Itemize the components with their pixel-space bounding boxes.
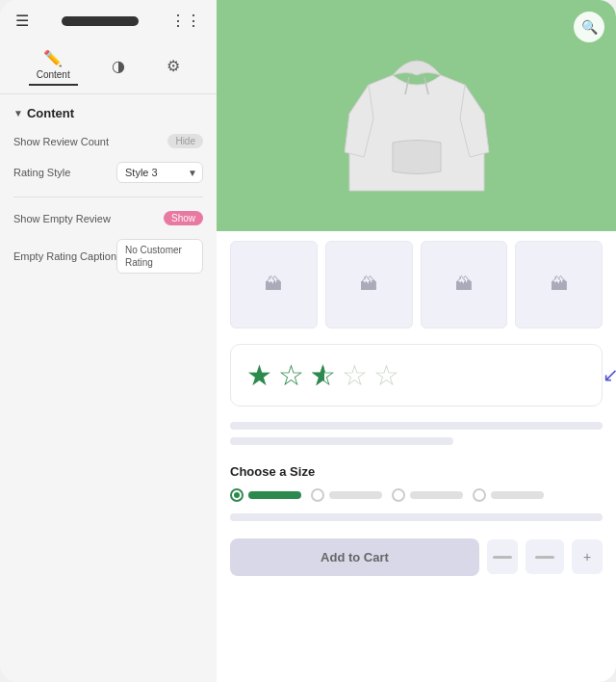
image-placeholder-icon: 🏔 bbox=[551, 275, 568, 295]
tab-settings[interactable]: ⚙ bbox=[159, 53, 188, 79]
minus-icon bbox=[493, 556, 512, 559]
star-1: ★ bbox=[246, 358, 272, 392]
size-option-2[interactable] bbox=[311, 488, 382, 502]
edit-icon: ✏️ bbox=[43, 49, 63, 67]
show-review-count-toggle[interactable]: Hide bbox=[167, 134, 203, 148]
divider bbox=[13, 197, 203, 197]
collapse-arrow-icon[interactable]: ▼ bbox=[13, 108, 23, 118]
rating-area: ★ ☆ ★☆ ☆ ☆ ↙ bbox=[230, 344, 603, 407]
size-option-3[interactable] bbox=[392, 488, 463, 502]
show-empty-review-row: Show Empty Review Show bbox=[13, 211, 203, 225]
show-empty-review-label: Show Empty Review bbox=[13, 213, 164, 224]
section-title: Content bbox=[27, 106, 74, 120]
quantity-increase-button[interactable]: + bbox=[572, 539, 603, 574]
size-bar bbox=[410, 491, 463, 499]
show-review-count-row: Show Review Count Hide bbox=[13, 134, 203, 148]
section-header: ▼ Content bbox=[13, 106, 203, 120]
plus-icon: + bbox=[583, 549, 591, 564]
image-placeholder-icon: 🏔 bbox=[455, 275, 473, 295]
radio-inactive bbox=[473, 488, 486, 502]
size-options bbox=[230, 488, 603, 502]
add-to-cart-row: Add to Cart + bbox=[217, 531, 616, 591]
thumbnail-4[interactable]: 🏔 bbox=[515, 241, 603, 328]
rating-style-label: Rating Style bbox=[13, 167, 116, 178]
tab-style[interactable]: ◑ bbox=[104, 53, 133, 79]
image-placeholder-icon: 🏔 bbox=[265, 275, 282, 295]
size-option-4[interactable] bbox=[473, 488, 544, 502]
radio-inner bbox=[234, 492, 240, 498]
size-section: Choose a Size bbox=[217, 459, 616, 508]
image-placeholder-icon: 🏔 bbox=[360, 275, 377, 295]
size-bar bbox=[329, 491, 382, 499]
thumbnail-3[interactable]: 🏔 bbox=[421, 241, 508, 328]
text-line-1 bbox=[230, 422, 603, 430]
search-icon: 🔍 bbox=[581, 19, 598, 35]
empty-rating-caption-row: Empty Rating Caption No Customer Rating bbox=[13, 239, 203, 274]
hamburger-icon[interactable]: ☰ bbox=[15, 12, 29, 30]
bottom-line bbox=[230, 513, 603, 521]
rating-style-row: Rating Style Style 1 Style 2 Style 3 Sty… bbox=[13, 162, 203, 183]
search-button[interactable]: 🔍 bbox=[574, 12, 604, 42]
tab-content-label: Content bbox=[37, 69, 70, 80]
left-panel: ☰ ⋮⋮ ✏️ Content ◑ ⚙ ▼ Content bbox=[0, 0, 217, 682]
radio-inactive bbox=[311, 488, 324, 502]
star-3: ★☆ bbox=[310, 358, 336, 392]
thumbnail-1[interactable]: 🏔 bbox=[230, 241, 318, 328]
radio-inactive bbox=[392, 488, 405, 502]
thumbnail-row: 🏔 🏔 🏔 🏔 bbox=[217, 231, 616, 338]
star-5: ☆ bbox=[373, 358, 399, 392]
product-image bbox=[340, 27, 494, 205]
right-panel: 🔍 🏔 🏔 🏔 🏔 ★ ☆ ★☆ ☆ ☆ bbox=[217, 0, 616, 682]
radio-active bbox=[230, 488, 244, 502]
status-indicator bbox=[62, 16, 139, 26]
product-image-area: 🔍 bbox=[217, 0, 616, 231]
show-empty-review-toggle[interactable]: Show bbox=[164, 211, 203, 225]
star-2: ☆ bbox=[278, 358, 304, 392]
tab-bar: ✏️ Content ◑ ⚙ bbox=[0, 38, 217, 94]
text-line-2 bbox=[230, 437, 453, 445]
add-to-cart-button[interactable]: Add to Cart bbox=[230, 538, 479, 576]
show-review-count-label: Show Review Count bbox=[13, 136, 167, 147]
gear-icon: ⚙ bbox=[167, 57, 180, 75]
grid-icon[interactable]: ⋮⋮ bbox=[170, 12, 201, 30]
thumbnail-2[interactable]: 🏔 bbox=[325, 241, 413, 328]
empty-rating-caption-input[interactable]: No Customer Rating bbox=[116, 239, 203, 274]
size-bar bbox=[491, 491, 544, 499]
text-lines bbox=[217, 412, 616, 459]
status-bar: ☰ ⋮⋮ bbox=[0, 0, 217, 38]
rating-style-select-wrapper: Style 1 Style 2 Style 3 Style 4 ▼ bbox=[116, 162, 203, 183]
size-option-1[interactable] bbox=[230, 488, 301, 502]
tab-content[interactable]: ✏️ Content bbox=[29, 45, 78, 86]
quantity-decrease-button[interactable] bbox=[487, 539, 518, 574]
panel-content: ▼ Content Show Review Count Hide Rating … bbox=[0, 94, 217, 682]
rating-style-select[interactable]: Style 1 Style 2 Style 3 Style 4 bbox=[116, 162, 203, 183]
size-label: Choose a Size bbox=[230, 464, 603, 479]
contrast-icon: ◑ bbox=[112, 57, 125, 75]
arrow-indicator: ↙ bbox=[603, 363, 616, 386]
size-bar-active bbox=[248, 491, 301, 499]
quantity-value bbox=[526, 539, 564, 574]
empty-rating-caption-label: Empty Rating Caption bbox=[13, 250, 116, 262]
quantity-line bbox=[535, 556, 554, 559]
star-4: ☆ bbox=[342, 358, 368, 392]
